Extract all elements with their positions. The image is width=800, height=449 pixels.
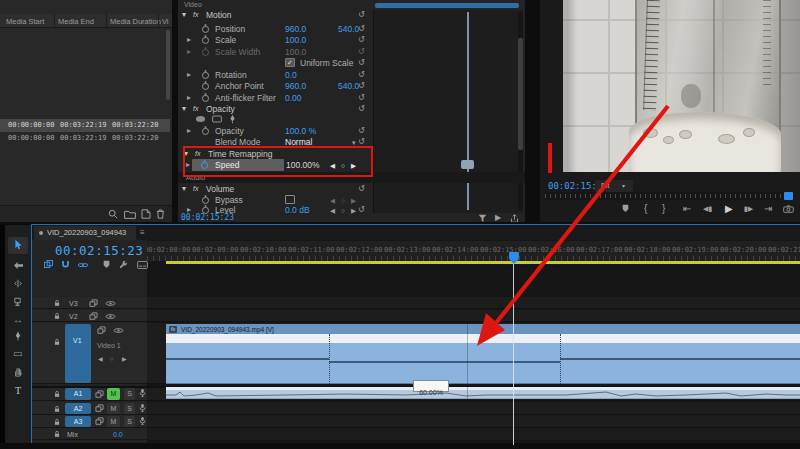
lock-icon[interactable] [53, 390, 61, 398]
sync-lock-icon[interactable] [97, 326, 106, 334]
speed-rubber-band-segment[interactable] [329, 361, 560, 363]
reset-icon[interactable]: ↺ [358, 71, 365, 80]
sync-lock-icon[interactable] [95, 390, 104, 398]
ec-vertical-scrollbar-thumb[interactable] [518, 38, 523, 150]
solo-button-a3[interactable]: S [124, 416, 135, 427]
master-track-label[interactable]: Mix [67, 431, 78, 439]
lock-icon[interactable] [53, 338, 61, 346]
reset-icon[interactable]: ↺ [358, 127, 365, 136]
track-content-mix[interactable] [147, 428, 800, 440]
mute-button-a3[interactable]: M [107, 416, 120, 427]
reset-icon[interactable]: ↺ [358, 36, 365, 45]
project-scrollbar[interactable] [166, 30, 170, 100]
column-divider[interactable] [158, 14, 159, 28]
lock-icon[interactable] [53, 299, 61, 307]
mic-icon[interactable] [139, 388, 146, 398]
mark-in-icon[interactable]: { [644, 203, 647, 214]
type-tool-icon[interactable]: T [15, 385, 21, 396]
snap-icon[interactable] [61, 260, 70, 269]
reset-icon[interactable]: ↺ [358, 105, 365, 114]
track-label-v2[interactable]: V2 [69, 313, 78, 321]
reset-icon[interactable]: ↺ [358, 59, 365, 68]
mic-icon[interactable] [139, 416, 146, 426]
column-media-duration[interactable]: Media Duration [110, 18, 161, 26]
track-select-a3-button[interactable]: A3 [65, 416, 91, 427]
stopwatch-icon[interactable] [201, 93, 210, 102]
prev-keyframe-icon[interactable]: ◀ [98, 356, 103, 363]
timeline-playhead-timecode[interactable]: 00:02:15:23 [55, 244, 143, 258]
new-bin-icon[interactable] [124, 210, 136, 219]
mic-icon[interactable] [139, 403, 146, 413]
sync-lock-icon[interactable] [89, 312, 98, 320]
scale-width-expand-icon[interactable]: ▸ [187, 48, 191, 57]
add-marker-icon[interactable] [103, 260, 110, 269]
project-row-selected[interactable]: 00:00:00:00 00:03:22:19 00:03:22:20 [0, 119, 170, 132]
anchor-x-value[interactable]: 960.0 [285, 82, 306, 91]
speed-rubber-band-segment[interactable] [166, 358, 329, 360]
stopwatch-icon[interactable] [201, 126, 210, 135]
selection-tool-icon[interactable] [13, 239, 23, 251]
mute-button-a1[interactable]: M [107, 388, 120, 400]
ripple-edit-tool-icon[interactable] [13, 279, 23, 288]
program-scrubber[interactable] [545, 192, 795, 200]
go-to-in-icon[interactable]: ⇤ [683, 203, 691, 214]
stopwatch-icon[interactable] [201, 70, 210, 79]
step-forward-icon[interactable]: ▮▶ [744, 205, 753, 213]
pen-mask-icon[interactable] [229, 114, 236, 124]
mark-out-icon[interactable]: } [662, 203, 665, 214]
column-media-start[interactable]: Media Start [6, 18, 44, 26]
speed-keyframe-line[interactable] [560, 334, 561, 384]
reset-icon[interactable]: ↺ [358, 185, 365, 194]
sync-lock-icon[interactable] [89, 299, 98, 307]
ec-keyframe-summary-icon[interactable] [461, 160, 474, 169]
stopwatch-icon[interactable] [201, 35, 210, 44]
volume-section-title[interactable]: Volume [206, 185, 234, 194]
play-button-icon[interactable]: ▶ [725, 203, 733, 214]
stopwatch-icon[interactable] [201, 24, 210, 33]
anti-flicker-expand-icon[interactable]: ▸ [187, 94, 191, 103]
track-content-v3[interactable] [147, 297, 800, 309]
column-divider[interactable] [54, 14, 55, 28]
prev-keyframe-icon[interactable]: ◀ [330, 197, 335, 204]
solo-button-a1[interactable]: S [124, 388, 135, 400]
reset-icon[interactable]: ↺ [358, 25, 365, 34]
lock-icon[interactable] [53, 418, 61, 426]
uniform-scale-checkbox[interactable]: ✓ [285, 58, 295, 67]
program-playhead[interactable] [784, 192, 793, 200]
reset-icon[interactable]: ↺ [358, 11, 365, 20]
lock-icon[interactable] [53, 405, 61, 413]
lock-icon[interactable] [53, 430, 61, 438]
add-marker-icon[interactable] [622, 204, 629, 213]
track-content-a3[interactable] [147, 415, 800, 428]
volume-collapse-icon[interactable]: ▾ [182, 185, 186, 194]
add-keyframe-icon[interactable]: ○ [341, 197, 345, 204]
track-select-a2-button[interactable]: A2 [65, 403, 91, 414]
add-keyframe-icon[interactable]: ○ [110, 356, 114, 363]
track-content-a2[interactable] [147, 402, 800, 415]
sequence-tab[interactable]: VID_20220903_094943 [34, 226, 136, 240]
linked-selection-icon[interactable] [78, 261, 88, 269]
anchor-y-value[interactable]: 540.0 [338, 82, 359, 91]
go-to-out-icon[interactable]: ⇥ [764, 203, 772, 214]
add-keyframe-icon[interactable]: ○ [341, 207, 345, 214]
reset-icon[interactable]: ↺ [358, 82, 365, 91]
clip-speed-band[interactable] [166, 334, 800, 343]
level-value[interactable]: 0.0 dB [285, 206, 310, 215]
speed-keyframe-line[interactable] [329, 334, 330, 384]
rect-mask-icon[interactable] [212, 115, 222, 123]
master-level-value[interactable]: 0.0 [113, 431, 123, 439]
rotation-value[interactable]: 0.0 [285, 71, 297, 80]
motion-collapse-icon[interactable]: ▾ [182, 11, 186, 20]
ellipse-mask-icon[interactable] [195, 115, 206, 123]
export-frame-icon[interactable] [783, 205, 794, 213]
column-divider[interactable] [106, 14, 107, 28]
track-select-v1-button[interactable]: V1 [65, 324, 91, 383]
new-item-icon[interactable] [141, 209, 151, 219]
step-back-icon[interactable]: ◀▮ [703, 205, 712, 213]
solo-button-a2[interactable]: S [124, 403, 135, 414]
track-select-a1-button[interactable]: A1 [65, 388, 91, 400]
razor-tool-icon[interactable] [13, 297, 22, 307]
stopwatch-icon[interactable] [201, 81, 210, 90]
slip-tool-icon[interactable]: ↔ [13, 314, 23, 325]
next-keyframe-icon[interactable]: ▶ [351, 207, 356, 214]
